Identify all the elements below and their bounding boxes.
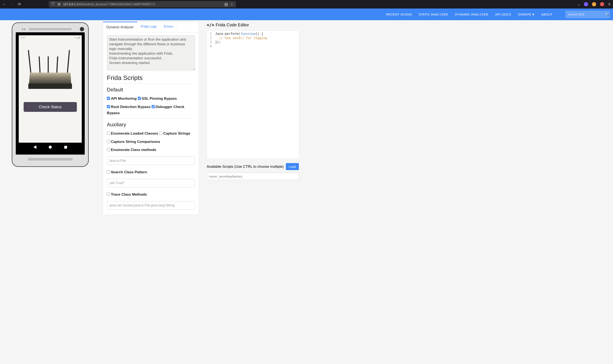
extension-icon-1[interactable] — [584, 2, 588, 6]
phone-speaker — [29, 28, 71, 30]
search-icon[interactable]: 🔍 — [605, 13, 609, 16]
phone-camera — [80, 27, 84, 31]
nav-api-docs[interactable]: API DOCS — [495, 13, 511, 16]
shield-icon[interactable]: ⛉ — [51, 2, 55, 7]
nav-recent-scans[interactable]: RECENT SCANS — [386, 13, 412, 16]
heart-icon: ♥ — [532, 13, 534, 16]
page-icon: 🗎 — [57, 2, 61, 7]
android-recents-icon[interactable] — [64, 146, 67, 149]
android-back-icon[interactable] — [33, 145, 36, 149]
tab-dynamic-analyzer[interactable]: Dynamic Analyzer — [103, 22, 137, 32]
search-box[interactable]: 🔍 — [565, 11, 610, 18]
debugger-check-checkbox[interactable] — [151, 105, 155, 108]
nav-donate[interactable]: DONATE♥ — [518, 13, 534, 16]
nav-dynamic-analyzer[interactable]: DYNAMIC ANALYZER — [455, 13, 488, 16]
android-nav-bar — [19, 143, 82, 152]
root-detection-option[interactable]: Root Detection Bypass — [107, 105, 150, 109]
tab-bar: Dynamic Analyzer Frida Logs Errors — [103, 22, 199, 32]
app-navbar: RECENT SCANS STATIC ANALYZER DYNAMIC ANA… — [0, 9, 613, 20]
load-button[interactable]: Load — [286, 163, 299, 170]
search-pattern-input[interactable] — [107, 179, 195, 187]
back-icon[interactable]: ← — [2, 2, 6, 7]
menu-icon[interactable]: ≡ — [608, 2, 611, 7]
forward-icon[interactable]: → — [10, 2, 14, 7]
router-image — [27, 49, 74, 91]
capture-strings-checkbox[interactable] — [159, 132, 163, 135]
extension-icon-3[interactable] — [600, 2, 604, 6]
code-editor[interactable]: 1234 Java.perform(function() { // Use se… — [207, 30, 299, 159]
auxiliary-heading: Auxiliary — [107, 122, 195, 128]
scripts-select[interactable]: tracer_secretkeyfactory — [207, 173, 299, 180]
log-output[interactable] — [107, 35, 195, 70]
api-monitoring-checkbox[interactable] — [107, 97, 110, 100]
tab-frida-logs[interactable]: Frida Logs — [137, 22, 161, 32]
search-pattern-option[interactable]: Search Class Pattern — [107, 170, 147, 174]
nav-static-analyzer[interactable]: STATIC ANALYZER — [419, 13, 448, 16]
root-detection-checkbox[interactable] — [107, 105, 110, 108]
tab-errors[interactable]: Errors — [161, 22, 177, 32]
enumerate-loaded-checkbox[interactable] — [107, 132, 110, 135]
enumerate-methods-option[interactable]: Enumerate Class methods — [107, 148, 156, 152]
ssl-pinning-checkbox[interactable] — [138, 97, 141, 100]
enumerate-methods-checkbox[interactable] — [107, 148, 110, 151]
ssl-pinning-option[interactable]: SSL Pinning Bypass — [138, 97, 177, 101]
bookmark-icon[interactable]: ☆ — [230, 2, 233, 7]
status-icons: ▾ ◢ ▮ — [74, 36, 80, 39]
default-heading: Default — [107, 87, 195, 93]
trace-methods-checkbox[interactable] — [107, 193, 110, 196]
browser-chrome: ← → ⟳ ⛉ 🗎 127.0.0.1:8000/android_dynamic… — [0, 0, 613, 9]
nav-about[interactable]: ABOUT — [541, 13, 553, 16]
status-time: 6:50 — [20, 36, 25, 39]
trace-methods-input[interactable] — [107, 201, 195, 210]
search-pattern-checkbox[interactable] — [107, 170, 110, 173]
url-text: 127.0.0.1:8000/android_dynamic/778f6fc92… — [63, 2, 155, 6]
api-monitoring-option[interactable]: API Monitoring — [107, 97, 137, 101]
url-bar[interactable]: ⛉ 🗎 127.0.0.1:8000/android_dynamic/778f6… — [49, 1, 236, 7]
browser-nav-buttons: ← → ⟳ — [2, 2, 21, 7]
enumerate-loaded-option[interactable]: Enumerate Loaded Classes — [107, 131, 158, 135]
search-input[interactable] — [568, 13, 605, 16]
enumerate-methods-input[interactable] — [107, 156, 195, 165]
analyzer-card: Dynamic Analyzer Frida Logs Errors Frida… — [103, 22, 199, 215]
frida-scripts-heading: Frida Scripts — [107, 74, 195, 81]
check-status-button[interactable]: Check Status — [24, 102, 77, 112]
code-content[interactable]: Java.perform(function() { // Use send() … — [214, 31, 269, 159]
android-home-icon[interactable] — [49, 146, 52, 149]
reload-icon[interactable]: ⟳ — [18, 2, 21, 7]
code-icon: </> — [207, 22, 214, 27]
capture-string-cmp-option[interactable]: Capture String Comparisons — [107, 140, 160, 144]
line-gutter: 1234 — [207, 31, 214, 159]
capture-strings-option[interactable]: Capture Strings — [159, 131, 191, 135]
pocket-icon[interactable]: ⌵ — [578, 2, 580, 7]
trace-methods-option[interactable]: Trace Class Methods — [107, 192, 147, 196]
capture-string-cmp-checkbox[interactable] — [107, 140, 110, 143]
phone-screen[interactable]: 6:50 ▾ ◢ ▮ Check Status — [16, 32, 85, 155]
phone-frame: 6:50 ▾ ◢ ▮ Check Status — [12, 22, 89, 167]
extension-icon-2[interactable] — [592, 2, 596, 6]
reader-icon[interactable]: ▤ — [224, 2, 228, 7]
code-editor-title: </> Frida Code Editor — [207, 22, 299, 27]
available-scripts-label: Available Scripts (Use CTRL to choose mu… — [207, 165, 284, 169]
